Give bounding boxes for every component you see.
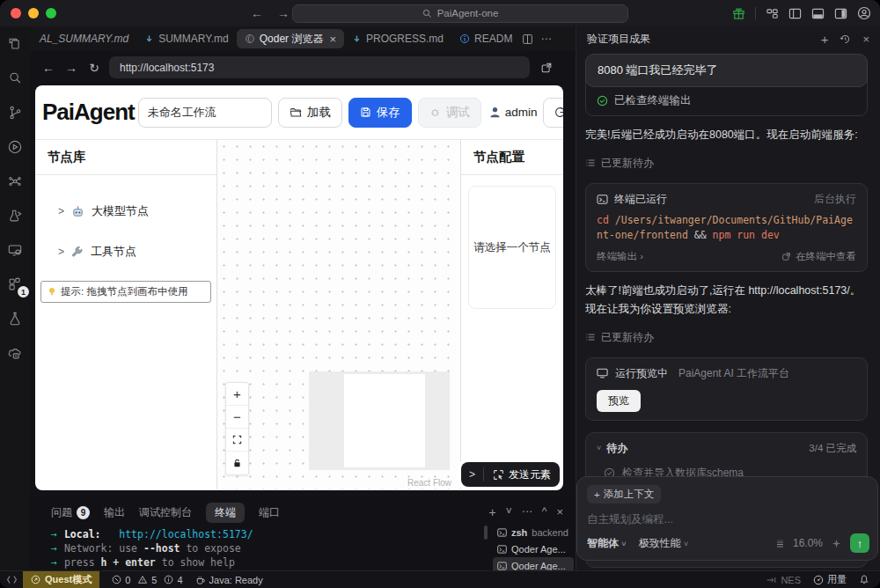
tab-qoder-browser[interactable]: Qoder 浏览器 × <box>237 29 344 48</box>
toggle-secondary-sidebar-icon[interactable] <box>834 7 847 20</box>
browser-forward-icon[interactable]: → <box>60 61 83 75</box>
new-chat-icon[interactable]: + <box>821 32 829 47</box>
collapse-todo-icon[interactable]: ˅ <box>597 444 601 452</box>
tab-close-icon[interactable]: × <box>329 33 336 46</box>
panel-tab-output[interactable]: 输出 <box>104 505 125 520</box>
nes-status[interactable]: NES <box>766 575 801 585</box>
history-icon[interactable] <box>840 33 851 45</box>
extensions-icon[interactable] <box>4 171 26 192</box>
usage-status[interactable]: 用量 <box>813 573 847 586</box>
toggle-panel-icon[interactable] <box>811 7 825 20</box>
terminal-session[interactable]: zshbackend <box>493 524 574 540</box>
panel-maximize-icon[interactable]: ^ <box>542 505 547 519</box>
java-status[interactable]: Java: Ready <box>195 575 263 585</box>
todo-updated-row[interactable]: 已更新待办 <box>585 156 868 171</box>
markdown-file-icon <box>144 34 154 44</box>
titlebar-separator <box>755 7 756 19</box>
cloud-sync-icon[interactable] <box>4 342 26 364</box>
todo-progress: 3/4 已完成 <box>809 442 856 455</box>
panel-close-icon[interactable]: × <box>556 505 563 519</box>
terminal-session[interactable]: Qoder Age... <box>493 540 574 557</box>
agent-mode-select[interactable]: 智能体 ˅ <box>587 536 627 551</box>
problems-summary[interactable]: 0 5 4 <box>112 575 182 585</box>
canvas-minimap[interactable] <box>309 371 450 470</box>
url-bar[interactable]: http://localhost:5173 <box>109 56 530 78</box>
panel-tab-problems[interactable]: 问题 9 <box>51 505 90 520</box>
add-context-chip[interactable]: + 添加上下文 <box>587 485 661 503</box>
close-window-button[interactable] <box>11 8 21 18</box>
tab-progress[interactable]: PROGRESS.md <box>344 29 451 48</box>
history-back-icon[interactable]: ← <box>251 6 263 20</box>
sparkle-icon[interactable] <box>831 538 842 549</box>
lock-icon <box>232 458 242 468</box>
node-group-llm[interactable]: > 大模型节点 <box>35 191 216 232</box>
terminal-output-toggle[interactable]: 终端输出 › <box>597 250 643 263</box>
run-debug-icon[interactable] <box>4 136 26 158</box>
load-label: 加载 <box>307 105 331 121</box>
usage-percent: 16.0% <box>793 537 823 549</box>
lock-button[interactable] <box>226 452 248 474</box>
more-actions-icon[interactable]: ⋯ <box>540 33 551 45</box>
preview-button[interactable]: 预览 <box>597 390 641 412</box>
remote-indicator-icon[interactable] <box>6 574 18 585</box>
node-group-tool[interactable]: > 工具节点 <box>35 232 216 272</box>
browser-reload-icon[interactable]: ↻ <box>83 61 106 75</box>
customize-layout-icon[interactable] <box>766 7 779 20</box>
local-url-link[interactable]: http://localhost:5173/ <box>119 528 253 540</box>
gift-icon[interactable] <box>732 7 745 20</box>
flask-icon[interactable] <box>4 308 26 329</box>
drag-tip: 提示: 拖拽节点到画布中使用 <box>40 281 211 303</box>
zoom-out-button[interactable]: − <box>226 406 248 429</box>
workflow-name-input[interactable] <box>138 98 272 128</box>
remote-preview-icon[interactable] <box>4 239 26 261</box>
performance-mode-select[interactable]: 极致性能 ˅ <box>639 536 689 551</box>
view-in-terminal-link[interactable]: 在终端中查看 <box>781 250 856 263</box>
zoom-in-button[interactable]: + <box>226 383 248 406</box>
node-library-panel: 节点库 > 大模型节点 > 工具节点 <box>35 140 217 489</box>
todo-updated-row[interactable]: 已更新待办 <box>585 330 868 345</box>
save-button[interactable]: 保存 <box>348 98 412 128</box>
chat-input-placeholder[interactable]: 自主规划及编程... <box>587 512 868 527</box>
explorer-icon[interactable] <box>4 33 26 55</box>
quest-mode-badge[interactable]: Quest模式 <box>23 571 99 588</box>
tab-readme[interactable]: READM <box>451 29 520 48</box>
debug-button[interactable]: 调试 <box>418 98 481 128</box>
browser-back-icon[interactable]: ← <box>37 61 60 75</box>
send-message-button[interactable]: ↑ <box>850 533 869 553</box>
close-chat-icon[interactable]: × <box>862 33 869 46</box>
minimize-window-button[interactable] <box>28 8 39 18</box>
workflow-canvas[interactable]: + − React Flow <box>217 140 460 489</box>
new-terminal-icon[interactable]: + <box>489 505 496 519</box>
terminal-command: cd /Users/itwanger/Documents/GitHub/PaiA… <box>597 213 856 245</box>
toggle-sidebar-icon[interactable] <box>788 7 802 20</box>
panel-more-icon[interactable]: ⋯ <box>522 505 532 519</box>
panel-tab-terminal[interactable]: 终端 <box>206 503 245 523</box>
collapse-chevron-icon[interactable]: > <box>461 467 484 481</box>
send-element-label: 发送元素 <box>509 467 551 482</box>
tab-summary[interactable]: SUMMARY.md <box>136 29 237 48</box>
open-external-icon[interactable] <box>540 62 553 74</box>
fit-view-button[interactable] <box>226 429 248 452</box>
maximize-window-button[interactable] <box>46 8 56 18</box>
panel-tab-debug-console[interactable]: 调试控制台 <box>139 505 192 520</box>
panel-tab-ports[interactable]: 端口 <box>259 505 280 520</box>
tab-label: AL_SUMMARY.md <box>40 33 128 45</box>
logout-button[interactable]: 登出 <box>543 98 563 128</box>
notifications-bell-icon[interactable] <box>859 574 869 585</box>
send-element-button[interactable]: 发送元素 <box>484 467 560 482</box>
chat-input-box[interactable]: + 添加上下文 自主规划及编程... 智能体 ˅ 极致性能 ˅ 16.0% ↑ <box>576 476 878 561</box>
search-sidebar-icon[interactable] <box>4 68 26 89</box>
blocks-panel-icon[interactable]: 1 <box>4 274 26 295</box>
terminal-scrollbar[interactable] <box>484 526 488 540</box>
history-forward-icon[interactable]: → <box>277 6 290 20</box>
account-icon[interactable] <box>857 6 871 20</box>
source-control-icon[interactable] <box>4 102 26 123</box>
terminal-dropdown-icon[interactable]: ˅ <box>506 505 512 519</box>
testing-icon[interactable] <box>4 205 26 226</box>
tab-al-summary[interactable]: AL_SUMMARY.md <box>32 29 136 48</box>
terminal-output[interactable]: →Local: http://localhost:5173/ →Network:… <box>51 527 488 570</box>
load-button[interactable]: 加载 <box>278 98 342 128</box>
command-search-input[interactable]: PaiAgent-one <box>292 4 628 23</box>
todo-updated-label: 已更新待办 <box>601 330 654 345</box>
split-editor-icon[interactable] <box>522 33 533 45</box>
